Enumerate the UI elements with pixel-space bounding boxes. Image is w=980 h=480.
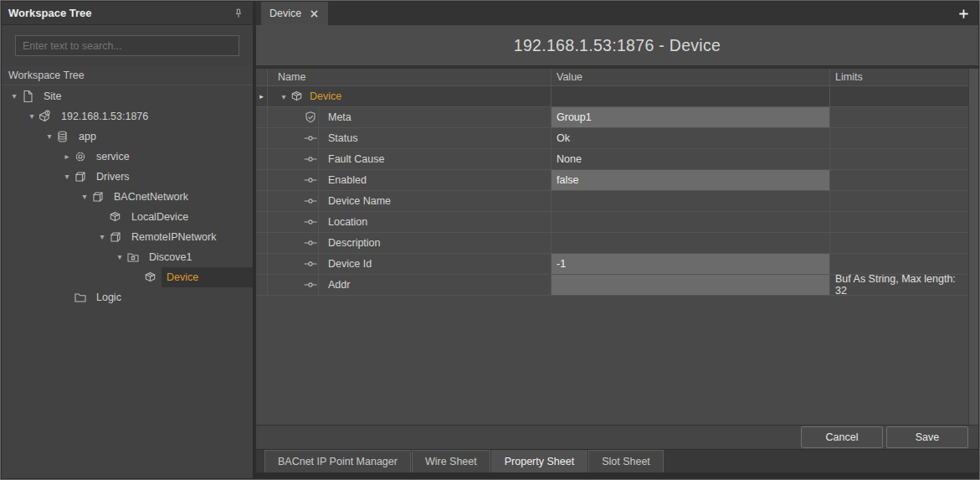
file-icon <box>20 90 34 103</box>
tree-item-label: Site <box>38 86 67 106</box>
indent-guide <box>318 107 319 127</box>
indent-guide <box>318 275 319 295</box>
search-area <box>2 26 253 66</box>
property-row-device-name[interactable]: Device Name <box>256 191 968 212</box>
view-tab-slot-sheet[interactable]: Slot Sheet <box>588 450 664 472</box>
expander-open-icon[interactable]: ▾ <box>44 126 55 147</box>
slot-icon <box>303 257 317 271</box>
tree-item-site[interactable]: ▾Site <box>2 86 253 106</box>
tree-item-label: Logic <box>91 287 126 307</box>
cancel-button[interactable]: Cancel <box>801 426 883 448</box>
app-window: Workspace Tree Workspace Tree ▾Site▾192.… <box>0 0 980 480</box>
property-rows: ▸▾DeviceMetaGroup1StatusOkFault CauseNon… <box>256 86 968 296</box>
property-row-enabled[interactable]: Enabledfalse <box>256 170 968 191</box>
value-cell[interactable]: Group1 <box>552 107 830 127</box>
vertical-scrollbar[interactable] <box>968 69 978 425</box>
name-cell: ▾Device <box>268 86 552 106</box>
property-value: -1 <box>557 258 566 270</box>
view-tab-bacnet-ip-point-manager[interactable]: BACnet IP Point Manager <box>264 450 411 472</box>
workspace-tree: ▾Site▾192.168.1.53:1876▾app▸service▾Driv… <box>2 86 253 478</box>
tree-item-192-168-1-53-1876[interactable]: ▾192.168.1.53:1876 <box>2 106 253 126</box>
table-header: Name Value Limits <box>256 69 968 86</box>
name-cell: Description <box>268 233 552 253</box>
tab-device[interactable]: Device <box>261 2 328 25</box>
name-cell: Enabled <box>268 170 552 190</box>
slot-icon <box>303 132 317 145</box>
tree-item-logic[interactable]: Logic <box>2 287 253 307</box>
tree-item-localdevice[interactable]: LocalDevice <box>2 207 253 227</box>
property-row-fault-cause[interactable]: Fault CauseNone <box>256 149 968 170</box>
property-name: Fault Cause <box>328 153 384 165</box>
expander-open-icon[interactable]: ▾ <box>8 86 20 106</box>
value-cell: None <box>552 149 830 169</box>
save-button[interactable]: Save <box>886 426 968 448</box>
property-row-description[interactable]: Description <box>256 233 968 254</box>
tree-item-label: app <box>74 126 101 147</box>
tree-item-label: service <box>91 147 135 167</box>
view-tab-property-sheet[interactable]: Property Sheet <box>491 450 587 472</box>
property-row-device[interactable]: ▸▾Device <box>256 86 968 107</box>
tree-item-service[interactable]: ▸service <box>2 147 253 167</box>
tree-section-label: Workspace Tree <box>2 66 253 85</box>
property-name: Meta <box>328 111 351 123</box>
value-cell[interactable] <box>552 275 830 295</box>
expander-open-icon[interactable]: ▾ <box>114 247 126 267</box>
property-value: false <box>557 174 578 186</box>
limits-cell <box>830 107 968 127</box>
action-footer: Cancel Save <box>256 425 978 449</box>
column-header-limits: Limits <box>830 69 968 85</box>
value-cell[interactable]: -1 <box>552 254 830 274</box>
tree-item-bacnetnetwork[interactable]: ▾BACnetNetwork <box>2 187 253 207</box>
limits-cell <box>830 86 968 106</box>
property-row-location[interactable]: Location <box>256 212 968 233</box>
tree-item-remoteipnetwork[interactable]: ▾RemoteIPNetwork <box>2 227 253 247</box>
view-tab-wire-sheet[interactable]: Wire Sheet <box>412 450 490 472</box>
pin-icon[interactable] <box>231 6 246 21</box>
property-row-status[interactable]: StatusOk <box>256 128 968 149</box>
property-name: Device Name <box>328 195 391 207</box>
row-gutter: ▸ <box>256 86 268 106</box>
expander-open-icon[interactable]: ▾ <box>79 187 90 207</box>
window-edge <box>256 472 978 478</box>
expander-open-icon[interactable]: ▾ <box>26 106 38 126</box>
shield-icon <box>303 111 317 124</box>
property-name: Device Id <box>328 258 372 270</box>
expander-open-icon[interactable]: ▾ <box>278 92 290 101</box>
expander-open-icon[interactable]: ▾ <box>61 167 73 187</box>
cube-icon <box>73 170 87 183</box>
limits-cell <box>830 233 968 253</box>
value-cell[interactable]: false <box>552 170 830 190</box>
search-input[interactable] <box>15 35 239 56</box>
tree-item-discove1[interactable]: ▾Discove1 <box>2 247 253 267</box>
limits-cell: Buf As String, Max length: 32 <box>830 275 968 295</box>
row-gutter <box>256 107 268 127</box>
close-icon[interactable] <box>309 8 320 19</box>
tree-item-label: 192.168.1.53:1876 <box>56 106 153 126</box>
slot-icon <box>303 278 317 292</box>
slot-icon <box>303 194 317 208</box>
expander-closed-icon[interactable]: ▸ <box>61 147 73 167</box>
indent-guide <box>318 254 319 274</box>
tree-item-label: LocalDevice <box>126 207 193 227</box>
column-header-name: Name <box>268 69 552 85</box>
property-row-addr[interactable]: AddrBuf As String, Max length: 32 <box>256 275 968 296</box>
property-row-meta[interactable]: MetaGroup1 <box>256 107 968 128</box>
row-gutter <box>256 149 268 169</box>
name-cell: Addr <box>268 275 552 295</box>
column-header-value: Value <box>552 69 830 85</box>
tree-item-app[interactable]: ▾app <box>2 126 253 147</box>
broker-icon <box>38 110 52 123</box>
property-name: Description <box>328 237 381 249</box>
slot-icon <box>303 236 317 250</box>
sidebar-header: Workspace Tree <box>2 2 253 25</box>
expander-open-icon[interactable]: ▾ <box>96 227 108 247</box>
property-name: Enabled <box>328 174 367 186</box>
add-tab-icon[interactable] <box>957 7 970 20</box>
tree-item-drivers[interactable]: ▾Drivers <box>2 167 253 187</box>
tree-item-device[interactable]: Device <box>2 267 253 287</box>
name-cell: Meta <box>268 107 552 127</box>
box3d-icon <box>143 271 157 284</box>
tab-label: Device <box>269 8 301 19</box>
property-row-device-id[interactable]: Device Id-1 <box>256 254 968 275</box>
value-cell <box>552 191 830 211</box>
